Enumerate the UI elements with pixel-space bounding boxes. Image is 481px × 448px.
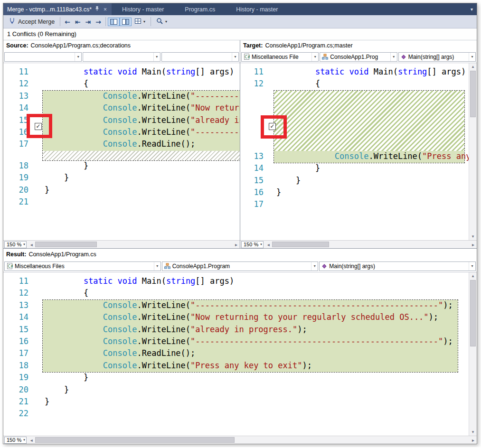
code-line-16: 16} [240,187,469,198]
code-text: Console.ReadLine(); [28,347,195,359]
code-text: Console.WriteLine("Now returning to your… [28,311,438,323]
tab-history-master-1[interactable]: History - master [112,3,174,15]
line-number: 18 [3,360,28,372]
scroll-right-arrow-icon[interactable]: ▸ [470,438,477,443]
result-zoom-selector[interactable]: 150 % ▾ [4,437,27,444]
side-by-side-view-toggle[interactable] [120,18,132,26]
scroll-left-arrow-icon[interactable]: ◂ [28,438,35,443]
scroll-left-arrow-icon[interactable]: ◂ [28,242,35,247]
code-text: } [28,384,69,396]
line-number: 13 [3,90,28,102]
result-bottom-bar: 150 % ▾ ◂ ▸ [3,436,477,444]
code-line-14: 14 Console.WriteLine("Now returning to y… [3,311,469,323]
code-line-20: 20} [3,184,240,196]
zoom-value: 150 % [7,242,21,247]
line-number: 15 [3,324,28,336]
scroll-up-arrow-icon[interactable]: ▴ [469,272,477,280]
line-number: 20 [3,384,28,396]
source-zoom-selector[interactable]: 150 % ▾ [4,241,27,248]
source-editor[interactable]: ✓ 11 static void Main(string[] args)12 {… [3,63,240,240]
source-bottom-bar: 150 % ▾ ◂ ▸ [3,240,240,248]
source-horizontal-scrollbar[interactable]: ◂ ▸ [28,241,240,249]
code-line-21: 21 [3,196,240,208]
chevron-down-icon: ▾ [75,53,81,61]
last-conflict-button[interactable]: ⇥ [83,17,94,27]
target-zoom-selector[interactable]: 150 % ▾ [241,241,264,248]
code-text: } [264,162,320,174]
accept-merge-button[interactable]: Accept Merge [5,16,58,28]
result-type-combo[interactable]: ConsoleApp1.Program ▾ [162,261,319,271]
line-number: 14 [240,162,264,174]
result-editor[interactable]: 11 static void Main(string[] args)12 {13… [3,272,469,436]
target-path: ConsoleApp1/Program.cs;master [265,42,352,49]
code-text: Console.WriteLine("---------------------… [28,126,240,138]
scroll-track[interactable] [35,241,233,249]
code-line-18: 18 } [3,160,240,172]
svg-text:C#: C# [245,55,250,59]
result-member-combo[interactable]: Main(string[] args) ▾ [319,261,476,271]
scroll-thumb[interactable] [470,280,476,346]
target-editor[interactable]: ✓ 11 static void Main(string[] args)12 {… [240,63,469,240]
code-text: Console.WriteLine("---------------------… [28,336,453,347]
next-conflict-button[interactable]: → [93,17,104,27]
scroll-down-arrow-icon[interactable]: ▾ [469,429,477,436]
find-dropdown[interactable]: ▾ [153,16,170,28]
scroll-track[interactable] [35,436,470,444]
magnifier-icon [156,18,163,26]
code-line-14: 14 } [240,162,469,174]
code-line-11: 11 static void Main(string[] args) [3,66,240,78]
scroll-thumb[interactable] [35,437,235,443]
scroll-right-arrow-icon[interactable]: ▸ [233,242,240,247]
code-text: Console.WriteLine("already in progress."… [28,324,307,336]
target-project-combo[interactable]: C# Miscellaneous File ▾ [241,52,319,62]
code-text [28,196,45,208]
scroll-track[interactable] [272,241,470,249]
source-type-combo[interactable]: ▾ [83,52,160,62]
scroll-thumb[interactable] [35,242,97,247]
prev-conflict-button[interactable]: ← [62,17,73,27]
code-text: } [28,396,49,408]
code-text: static void Main(string[] args) [28,275,234,287]
code-line-13: 13 Console.WriteLine("Press any key to e… [240,150,469,162]
tab-merge[interactable]: Merge - vctmp...m.1118ac43.cs* × [3,3,112,15]
line-number: 21 [3,396,28,408]
result-horizontal-scrollbar[interactable]: ◂ ▸ [28,436,477,444]
scroll-right-arrow-icon[interactable]: ▸ [470,242,477,247]
pin-icon[interactable] [95,6,99,13]
line-number: 20 [3,184,28,196]
code-text: { [28,287,88,299]
code-line-16: 16 Console.WriteLine("------------------… [3,336,469,347]
chevron-down-icon: ▾ [232,53,238,61]
tab-program-cs[interactable]: Program.cs [174,3,226,15]
two-way-view-toggle[interactable] [108,18,120,26]
tab-history-master-2[interactable]: History - master [226,3,288,15]
result-vertical-scrollbar[interactable]: ▴ ▾ [469,272,477,436]
hatch-spacer [3,150,240,160]
tab-overflow-caret-icon[interactable]: ▾ [467,7,477,12]
close-icon[interactable]: × [103,6,108,13]
target-bottom-bar: 150 % ▾ ◂ ▸ [240,240,477,248]
target-member-combo[interactable]: Main(string[] args) ▾ [398,52,476,62]
line-number: 16 [3,126,28,138]
combo-label: Miscellaneous Files [15,263,65,270]
line-number: 17 [3,138,28,150]
scroll-up-arrow-icon[interactable]: ▴ [469,63,477,70]
target-horizontal-scrollbar[interactable]: ◂ ▸ [265,241,477,249]
chevron-down-icon: ▾ [154,262,160,271]
scroll-thumb[interactable] [272,242,329,247]
scroll-thumb[interactable] [470,71,476,117]
target-type-combo[interactable]: ConsoleApp1.Prog ▾ [320,52,397,62]
source-member-combo[interactable]: ▾ [161,52,239,62]
layout-options-dropdown[interactable]: ▾ [132,17,149,27]
accept-merge-icon [9,18,16,26]
scroll-down-arrow-icon[interactable]: ▾ [469,233,477,240]
code-line-19: 19 } [3,372,469,383]
first-conflict-button[interactable]: ⇤ [73,17,83,27]
result-project-combo[interactable]: C# Miscellaneous Files ▾ [4,261,161,271]
source-navigation-bar: ▾ ▾ ▾ [3,51,240,63]
code-text: static void Main(string[] args) [28,66,234,78]
code-line-15: 15 Console.WriteLine("already in progres… [3,324,469,336]
target-vertical-scrollbar[interactable]: ▴ ▾ [469,63,477,240]
scroll-left-arrow-icon[interactable]: ◂ [265,242,272,247]
source-project-combo[interactable]: ▾ [4,52,82,62]
